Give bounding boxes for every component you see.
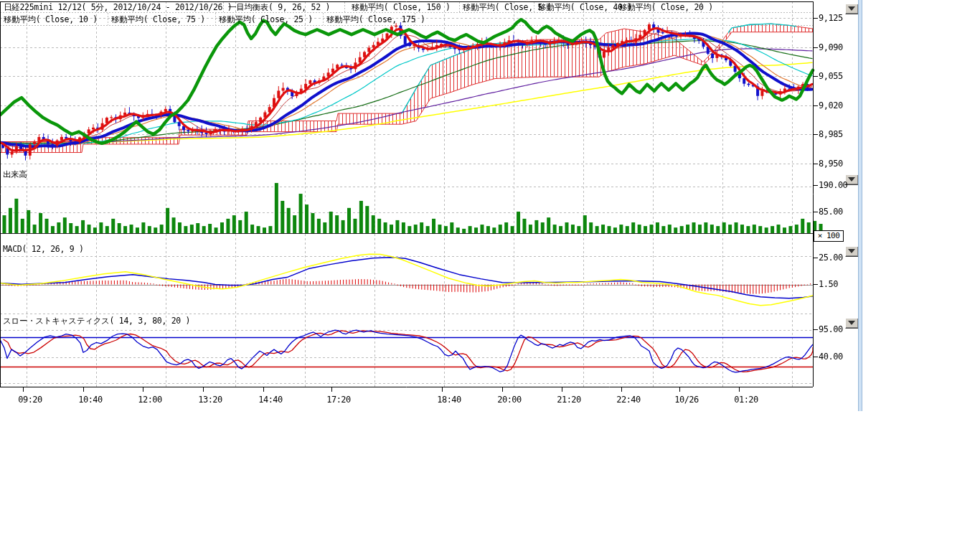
time-axis-tick-0: 09:20 <box>18 395 42 405</box>
volume-multiplier-box: × 100 <box>814 230 844 242</box>
indicator-label-row1-5: 移動平均( Close, 20 ) <box>619 2 713 12</box>
time-axis-tick-9: 22:40 <box>616 395 641 405</box>
price-axis-tick-3: 9,020 <box>819 100 843 110</box>
time-axis-tick-7: 20:00 <box>497 395 522 405</box>
price-pane-collapse-button[interactable] <box>845 4 859 14</box>
volume-axis-tick-0: 190.00 <box>819 180 847 190</box>
macd-pane-collapse-button[interactable] <box>845 246 859 257</box>
indicator-label-row2-1: 移動平均( Close, 75 ) <box>111 14 205 24</box>
time-axis-tick-3: 13:20 <box>198 395 222 405</box>
time-axis-tick-4: 14:40 <box>258 395 283 405</box>
indicator-label-row2-2: 移動平均( Close, 25 ) <box>219 14 313 24</box>
time-axis-tick-10: 10/26 <box>674 395 699 405</box>
volume-axis-tick-1: 85.00 <box>819 207 843 217</box>
time-axis-tick-5: 17:20 <box>326 395 351 405</box>
indicator-label-row1-0: 日経225mini 12/12( 5分, 2012/10/24 - 2012/1… <box>4 2 232 12</box>
chart-plot-area[interactable] <box>0 0 861 413</box>
vertical-scrollbar[interactable] <box>858 0 862 411</box>
stoch-axis-tick-1: 40.00 <box>819 352 843 362</box>
stoch-pane-collapse-button[interactable] <box>845 318 859 329</box>
indicator-label-row2-0: 移動平均( Close, 10 ) <box>4 14 98 24</box>
chevron-down-icon <box>848 321 855 325</box>
macd-pane-title: MACD( 12, 26, 9 ) <box>3 244 84 254</box>
time-axis-tick-2: 12:00 <box>138 395 162 405</box>
chevron-down-icon <box>848 177 855 182</box>
price-axis-tick-4: 8,985 <box>819 129 843 139</box>
volume-pane-title: 出来高 <box>3 169 27 179</box>
chevron-down-icon <box>848 249 855 253</box>
time-axis-tick-11: 01:20 <box>734 395 758 405</box>
chevron-down-icon <box>848 6 855 11</box>
time-axis-tick-6: 18:40 <box>437 395 461 405</box>
price-axis-tick-2: 9,055 <box>819 71 843 81</box>
chart-application-window: 出来高 MACD( 12, 26, 9 ) スロー・ストキャスティクス( 14,… <box>0 0 980 551</box>
indicator-label-row1-4: 移動平均( Close, 40 ) <box>538 2 632 12</box>
stoch-axis-tick-0: 95.00 <box>819 324 843 334</box>
macd-axis-tick-0: 25.00 <box>819 253 843 263</box>
stochastics-pane-title: スロー・ストキャスティクス( 14, 3, 80, 20 ) <box>3 316 190 326</box>
indicator-label-row2-3: 移動平均( Close, 175 ) <box>326 14 425 24</box>
indicator-label-row1-1: 一目均衡表( 9, 26, 52 ) <box>228 2 330 12</box>
macd-axis-tick-1: 1.50 <box>819 279 838 289</box>
indicator-label-row1-2: 移動平均( Close, 150 ) <box>352 2 451 12</box>
time-axis-tick-8: 21:20 <box>557 395 581 405</box>
price-axis-tick-0: 9,125 <box>819 13 843 23</box>
price-axis-tick-5: 8,950 <box>819 159 843 169</box>
time-axis-tick-1: 10:40 <box>78 395 103 405</box>
price-axis-tick-1: 9,090 <box>819 42 843 52</box>
